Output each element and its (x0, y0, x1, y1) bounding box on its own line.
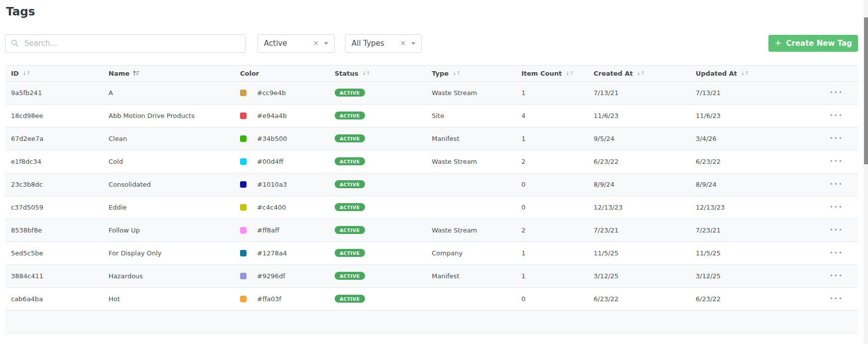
cell-item_count: 2 (515, 158, 588, 165)
cell-status: ACTIVE (329, 226, 426, 234)
color-swatch (240, 273, 247, 279)
cell-actions: ••• (787, 250, 858, 256)
cell-status: ACTIVE (329, 134, 426, 143)
column-header-status[interactable]: Status↓↑ (329, 70, 426, 77)
row-actions-menu-button[interactable]: ••• (830, 158, 843, 164)
cell-updated_at: 6/23/22 (690, 158, 787, 165)
cell-status: ACTIVE (329, 112, 426, 120)
table-row-empty (5, 311, 858, 334)
row-actions-menu-button[interactable]: ••• (830, 181, 843, 187)
table-row: 3884c411Hazardous#9296dfACTIVEManifest13… (5, 265, 858, 288)
cell-updated_at: 7/13/21 (690, 89, 787, 97)
row-actions-menu-button[interactable]: ••• (830, 273, 843, 279)
column-header-label: Name (109, 70, 129, 77)
cell-created_at: 9/5/24 (588, 135, 690, 142)
sort-icon: ↓↑ (565, 70, 573, 77)
column-header-name[interactable]: Name (103, 70, 234, 77)
cell-name: A (103, 89, 234, 97)
status-filter-select[interactable]: Active ✕ (257, 34, 335, 53)
column-header-updated_at[interactable]: Updated At↓↑ (690, 70, 787, 77)
scrollbar-thumb[interactable] (864, 17, 868, 164)
color-swatch (240, 250, 247, 256)
cell-item_count: 0 (515, 204, 588, 211)
cell-actions: ••• (787, 135, 858, 141)
cell-item_count: 0 (515, 295, 588, 303)
cell-item_count: 1 (515, 272, 588, 280)
cell-color: #c4c400 (234, 204, 329, 211)
column-header-created_at[interactable]: Created At↓↑ (588, 70, 690, 77)
type-filter-value: All Types (352, 39, 399, 48)
chevron-down-icon[interactable] (324, 42, 328, 45)
create-new-tag-label: Create New Tag (786, 39, 852, 48)
cell-status: ACTIVE (329, 249, 426, 257)
create-new-tag-button[interactable]: + Create New Tag (768, 35, 858, 52)
cell-id: 9a5fb241 (5, 89, 103, 97)
column-header-label: Created At (594, 70, 633, 77)
column-header-item_count[interactable]: Item Count↓↑ (515, 70, 588, 77)
row-actions-menu-button[interactable]: ••• (830, 296, 843, 302)
column-header-label: Item Count (521, 70, 562, 77)
page-title: Tags (6, 5, 858, 19)
search-icon (11, 39, 18, 47)
table-header: ID↓↑NameColorStatus↓↑Type↓↑Item Count↓↑C… (5, 65, 858, 82)
sort-icon: ↓↑ (362, 70, 370, 77)
cell-name: Cold (103, 158, 234, 165)
table-row: c37d5059Eddie#c4c400ACTIVE012/13/2312/13… (5, 196, 858, 219)
sort-icon: ↓↑ (22, 70, 30, 77)
column-header-label: ID (11, 70, 19, 77)
clear-filter-icon[interactable]: ✕ (312, 39, 320, 48)
row-actions-menu-button[interactable]: ••• (830, 90, 843, 96)
status-filter-value: Active (264, 39, 312, 48)
row-actions-menu-button[interactable]: ••• (830, 204, 843, 210)
search-box (5, 34, 246, 53)
sort-ascending-icon (133, 70, 139, 76)
search-input[interactable] (5, 34, 246, 53)
cell-updated_at: 7/23/21 (690, 227, 787, 234)
table-row: 5ed5c5beFor Display Only#1278a4ACTIVECom… (5, 242, 858, 265)
vertical-scrollbar[interactable] (864, 0, 868, 344)
cell-created_at: 3/12/25 (588, 272, 690, 280)
table-row: 67d2ee7aClean#34b500ACTIVEManifest19/5/2… (5, 127, 858, 150)
color-swatch (240, 227, 247, 233)
color-hex: #00d4ff (257, 158, 283, 165)
cell-color: #00d4ff (234, 158, 329, 165)
table-row: 8538bf8eFollow Up#ff8affACTIVEWaste Stre… (5, 219, 858, 242)
column-header-label: Color (240, 70, 259, 77)
row-actions-menu-button[interactable]: ••• (830, 250, 843, 256)
cell-created_at: 12/13/23 (588, 204, 690, 211)
cell-status: ACTIVE (329, 203, 426, 212)
cell-id: 8538bf8e (5, 227, 103, 234)
color-hex: #9296df (257, 272, 285, 280)
column-header-id[interactable]: ID↓↑ (5, 70, 103, 77)
status-badge: ACTIVE (335, 295, 365, 303)
row-actions-menu-button[interactable]: ••• (830, 135, 843, 141)
cell-actions: ••• (787, 204, 858, 210)
row-actions-menu-button[interactable]: ••• (830, 227, 843, 233)
cell-id: 23c3b8dc (5, 181, 103, 188)
status-badge: ACTIVE (335, 89, 365, 97)
cell-color: #9296df (234, 272, 329, 280)
color-swatch (240, 296, 247, 302)
cell-type: Waste Stream (426, 89, 515, 97)
cell-name: For Display Only (103, 249, 234, 257)
color-swatch (240, 90, 247, 96)
cell-updated_at: 11/5/25 (690, 249, 787, 257)
cell-updated_at: 3/12/25 (690, 272, 787, 280)
cell-type: Waste Stream (426, 227, 515, 234)
cell-actions: ••• (787, 113, 858, 118)
cell-type: Company (426, 249, 515, 257)
type-filter-select[interactable]: All Types ✕ (345, 34, 422, 53)
cell-id: e1f8dc34 (5, 158, 103, 165)
clear-filter-icon[interactable]: ✕ (399, 39, 407, 48)
chevron-down-icon[interactable] (411, 42, 415, 45)
table-row: 23c3b8dcConsolidated#1010a3ACTIVE08/9/24… (5, 173, 858, 196)
color-hex: #ff8aff (257, 227, 279, 234)
column-header-type[interactable]: Type↓↑ (426, 70, 515, 77)
cell-created_at: 6/23/22 (588, 295, 690, 303)
cell-created_at: 7/13/21 (588, 89, 690, 97)
sort-icon: ↓↑ (741, 70, 748, 77)
cell-updated_at: 8/9/24 (690, 181, 787, 188)
cell-color: #1278a4 (234, 249, 329, 257)
row-actions-menu-button[interactable]: ••• (830, 113, 843, 118)
cell-type: Site (426, 112, 515, 119)
